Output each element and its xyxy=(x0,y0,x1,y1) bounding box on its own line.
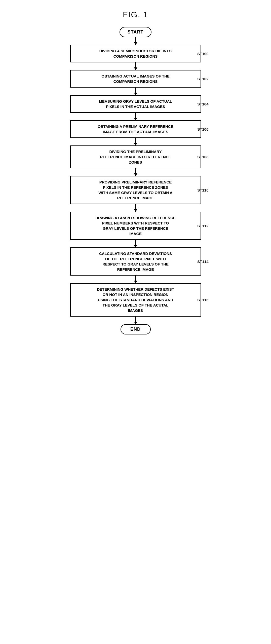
process-box-st108: DIVIDING THE PRELIMINARY REFERENCE IMAGE… xyxy=(70,145,201,168)
end-row: END xyxy=(48,324,224,334)
step-row-st106: OBTAINING A PRELIMINARY REFERENCE IMAGE … xyxy=(48,120,224,138)
process-box-st106: OBTAINING A PRELIMINARY REFERENCE IMAGE … xyxy=(70,120,201,138)
step-label-st106: ST106 xyxy=(197,127,208,131)
figure-title: FIG. 1 xyxy=(123,10,148,19)
process-box-st104: MEASURING GRAY LEVELS OF ACTUAL PIXELS I… xyxy=(70,95,201,113)
arrow-4 xyxy=(135,138,136,145)
process-box-st116: DETERMINING WHETHER DEFECTS EXIST OR NOT… xyxy=(70,283,201,317)
step-label-st102: ST102 xyxy=(197,77,208,81)
step-label-st104: ST104 xyxy=(197,102,208,106)
process-box-st102: OBTAINING ACTUAL IMAGES OF THE COMPARISO… xyxy=(70,70,201,88)
page-container: FIG. 1 START DIVIDING A SEMICONDUCTOR DI… xyxy=(48,10,224,334)
step-row-st110: PROVIDING PRELIMINARY REFERENCE PIXELS I… xyxy=(48,176,224,204)
step-label-st116: ST116 xyxy=(197,298,208,302)
arrow-0 xyxy=(135,37,136,45)
arrow-8 xyxy=(135,276,136,283)
step-row-st100: DIVIDING A SEMICONDUCTOR DIE INTO COMPAR… xyxy=(48,45,224,62)
step-label-st100: ST100 xyxy=(197,52,208,56)
step-row-st102: OBTAINING ACTUAL IMAGES OF THE COMPARISO… xyxy=(48,70,224,88)
arrow-6 xyxy=(135,204,136,212)
process-box-st110: PROVIDING PRELIMINARY REFERENCE PIXELS I… xyxy=(70,176,201,204)
process-box-st114: CALCULATING STANDARD DEVIATIONS OF THE R… xyxy=(70,247,201,276)
step-label-st114: ST114 xyxy=(197,259,208,264)
arrow-3 xyxy=(135,113,136,120)
step-row-st114: CALCULATING STANDARD DEVIATIONS OF THE R… xyxy=(48,247,224,276)
flowchart: START DIVIDING A SEMICONDUCTOR DIE INTO … xyxy=(48,27,224,334)
arrow-5 xyxy=(135,168,136,176)
arrow-2 xyxy=(135,88,136,95)
end-terminal: END xyxy=(121,324,151,334)
step-row-st112: DRAWING A GRAPH SHOWING REFERENCE PIXEL … xyxy=(48,212,224,240)
step-label-st110: ST110 xyxy=(197,188,208,192)
step-row-st104: MEASURING GRAY LEVELS OF ACTUAL PIXELS I… xyxy=(48,95,224,113)
step-label-st112: ST112 xyxy=(197,224,208,228)
process-box-st112: DRAWING A GRAPH SHOWING REFERENCE PIXEL … xyxy=(70,212,201,240)
step-row-st108: DIVIDING THE PRELIMINARY REFERENCE IMAGE… xyxy=(48,145,224,168)
step-row-st116: DETERMINING WHETHER DEFECTS EXIST OR NOT… xyxy=(48,283,224,317)
arrow-9 xyxy=(135,317,136,324)
step-label-st108: ST108 xyxy=(197,155,208,159)
arrow-7 xyxy=(135,240,136,247)
start-terminal: START xyxy=(120,27,152,37)
arrow-1 xyxy=(135,62,136,70)
process-box-st100: DIVIDING A SEMICONDUCTOR DIE INTO COMPAR… xyxy=(70,45,201,62)
start-row: START xyxy=(48,27,224,37)
